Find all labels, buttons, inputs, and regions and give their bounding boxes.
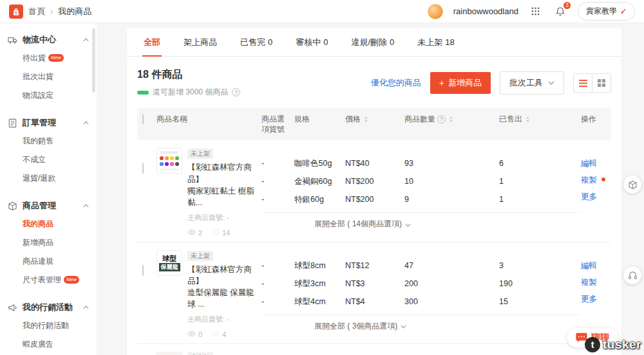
sidebar-item[interactable]: 我的銷售 [0, 132, 97, 150]
variant-qty: 10 [404, 176, 499, 187]
tab-違規/刪除[interactable]: 違規/刪除0 [350, 28, 395, 56]
optimize-products-link[interactable]: 優化您的商品 [371, 77, 421, 89]
eye-icon [187, 331, 196, 338]
batch-tools-button[interactable]: 批次工具 [500, 71, 564, 95]
sidebar-item[interactable]: 物流設定 [0, 86, 97, 105]
action-more[interactable]: 更多 [581, 294, 611, 305]
action-edit[interactable]: 編輯 [581, 158, 611, 169]
shopee-logo-icon[interactable]: S [9, 5, 23, 19]
username[interactable]: rainbowwoodland [453, 6, 518, 16]
chevron-down-icon [405, 220, 411, 229]
quota-help-icon[interactable]: ? [232, 88, 240, 96]
sidebar-item[interactable]: 不成立 [0, 150, 97, 169]
sidebar-item[interactable]: 新增商品 [0, 233, 97, 252]
status-badge: 未上架 [187, 251, 213, 261]
product-title-line: 【彩虹森林官方商品】 [187, 264, 256, 287]
actions-cell: 編輯複製更多 [581, 250, 611, 339]
variant-qty: 200 [404, 278, 499, 289]
sidebar-item[interactable]: 商品違規 [0, 252, 97, 271]
sidebar-section-header[interactable]: 商品管理 [0, 197, 97, 215]
column-header-name: 商品名稱 [156, 114, 261, 124]
select-all-checkbox[interactable] [142, 114, 144, 124]
avatar[interactable] [428, 4, 443, 19]
qty-help-icon[interactable]: ? [437, 115, 446, 123]
sidebar-item[interactable]: 我的商品 [0, 215, 97, 233]
variant-row: -球型3cmNT$3200190 [261, 278, 581, 289]
product-tabs: 全部架上商品已售完0審核中0違規/刪除0未上架18 [127, 28, 621, 57]
expand-all-link[interactable]: 展開全部 ( 3個商品選項) [261, 314, 581, 334]
apps-grid-icon[interactable] [529, 5, 543, 19]
tab-全部[interactable]: 全部 [142, 28, 162, 57]
tab-未上架[interactable]: 未上架18 [416, 28, 455, 56]
table-header: 商品名稱 商品選項貨號 規格 價格 商品數量 ? 已售出 [137, 108, 611, 140]
product-cell: 球型保麗龍未上架【彩虹森林官方商品】造型保麗龍 保麗龍球 ...主商品貨號: -… [156, 250, 261, 339]
action-copy[interactable]: 複製 [581, 175, 611, 186]
support-float-button[interactable] [623, 266, 641, 284]
add-product-label: 新增商品 [448, 77, 482, 89]
tab-label: 架上商品 [184, 37, 217, 47]
product-info: 未上架【彩虹森林官方商品】造型保麗龍 保麗龍球 ...主商品貨號: -0♡4 [187, 250, 256, 339]
canvas-frame-image: ♥ [156, 352, 182, 355]
sidebar-item[interactable]: 批次出貨 [0, 68, 97, 86]
view-toggle [573, 73, 611, 93]
views-count: 0 [198, 331, 202, 338]
sidebar-item-label: 尺寸表管理 [23, 275, 61, 284]
variant-price: NT$3 [345, 278, 404, 289]
sidebar-item-label: 新增商品 [23, 238, 53, 247]
tab-審核中[interactable]: 審核中0 [294, 28, 329, 56]
sold-sort-icon[interactable] [526, 116, 530, 123]
price-sort-icon[interactable] [364, 116, 368, 123]
row-checkbox[interactable] [142, 163, 144, 174]
qty-sort-icon[interactable] [449, 116, 453, 123]
likes-stat: ♡14 [213, 229, 230, 237]
sidebar-section-header[interactable]: 訂單管理 [0, 114, 97, 132]
quota-progress-bar [137, 91, 149, 95]
tab-架上商品[interactable]: 架上商品 [182, 28, 218, 56]
sidebar: 物流中心待出貨New批次出貨物流設定訂單管理我的銷售不成立退貨/退款商品管理我的… [0, 23, 97, 355]
sidebar-section: 訂單管理我的銷售不成立退貨/退款 [0, 114, 97, 188]
sidebar-section-header[interactable]: 我的行銷活動 [0, 298, 97, 316]
sidebar-item[interactable]: 待出貨New [0, 49, 97, 68]
sidebar-item[interactable]: 退貨/退款 [0, 169, 97, 188]
seller-education-button[interactable]: 賣家教學 ✓ [578, 2, 635, 21]
variant-sold: 15 [499, 296, 581, 307]
add-product-button[interactable]: + 新增商品 [430, 72, 491, 94]
row-checkbox[interactable] [142, 265, 144, 276]
variant-sku: - [261, 158, 294, 169]
list-view-icon[interactable] [573, 73, 592, 93]
sidebar-item[interactable]: 尺寸表管理New [0, 271, 97, 289]
likes-count: 14 [222, 229, 230, 237]
tab-count: 18 [445, 37, 454, 47]
column-header-actions: 操作 [581, 114, 611, 124]
sidebar-scrollbar[interactable] [92, 28, 95, 93]
variant-sku: - [261, 296, 294, 307]
sidebar-section-title: 商品管理 [23, 200, 80, 212]
heart-icon: ♡ [213, 331, 220, 338]
variant-spec: 金褐銅60g [294, 176, 345, 187]
sidebar-section-header[interactable]: 物流中心 [0, 31, 97, 49]
notification-dot [601, 178, 605, 181]
sidebar-section-title: 我的行銷活動 [23, 302, 80, 313]
expand-all-link[interactable]: 展開全部 ( 14個商品選項) [261, 212, 581, 232]
sidebar-item[interactable]: 蝦皮廣告 [0, 335, 97, 354]
product-stats: 0♡4 [187, 331, 256, 338]
marketing-icon [8, 303, 17, 313]
grid-view-icon[interactable] [592, 73, 611, 93]
action-edit[interactable]: 編輯 [581, 260, 611, 271]
notification-bell-icon[interactable]: 3 [553, 5, 567, 19]
product-cell: 未上架【彩虹森林官方商品】獨家彩虹黏土 樹脂黏...主商品貨號: -2♡14 [156, 148, 261, 237]
breadcrumb-home[interactable]: 首頁 [28, 6, 45, 17]
chevron-down-icon [401, 322, 406, 331]
chat-bubble-icon [576, 332, 587, 343]
table-row: 未上架【彩虹森林官方商品】獨家彩虹黏土 樹脂黏...主商品貨號: -2♡14-咖… [137, 140, 611, 242]
sidebar-sections: 物流中心待出貨New批次出貨物流設定訂單管理我的銷售不成立退貨/退款商品管理我的… [0, 31, 97, 355]
tab-已售完[interactable]: 已售完0 [239, 28, 274, 56]
action-copy[interactable]: 複製 [581, 277, 611, 288]
chat-button[interactable]: 聊聊 [567, 328, 618, 347]
package-float-button[interactable] [623, 176, 641, 194]
sidebar-item[interactable]: 我的行銷活動 [0, 316, 97, 335]
variant-spec: 球型8cm [294, 260, 345, 271]
heart-icon: ♡ [213, 229, 220, 237]
variant-sku: - [261, 194, 294, 205]
action-more[interactable]: 更多 [581, 192, 611, 203]
